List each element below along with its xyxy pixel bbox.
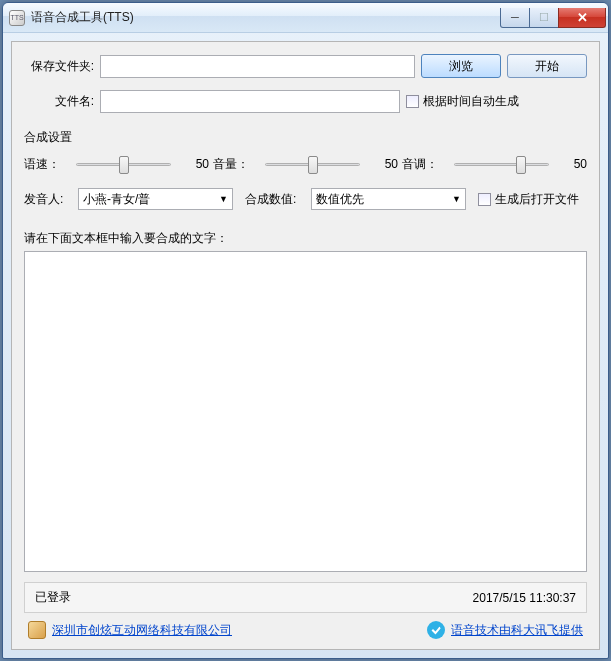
minimize-button[interactable]: ─: [500, 8, 530, 28]
main-panel: 保存文件夹: 浏览 开始 文件名: 根据时间自动生成 合成设置 语速：: [11, 41, 600, 650]
company-text: 深圳市创炫互动网络科技有限公司: [52, 622, 232, 639]
app-window: TTS 语音合成工具(TTS) ─ ☐ ✕ 保存文件夹: 浏览 开始 文件名: …: [2, 2, 609, 659]
speed-value: 50: [179, 157, 209, 171]
footer: 已登录 2017/5/15 11:30:37 深圳市创炫互动网络科技有限公司 语…: [24, 582, 587, 641]
pitch-group: 音调： 50: [402, 154, 587, 174]
editor-prompt: 请在下面文本框中输入要合成的文字：: [24, 230, 587, 247]
speaker-label: 发音人:: [24, 191, 72, 208]
quality-combo[interactable]: 数值优先 ▼: [311, 188, 466, 210]
provider-link[interactable]: 语音技术由科大讯飞提供: [427, 621, 583, 639]
speed-slider[interactable]: [76, 154, 171, 174]
synthesis-text-input[interactable]: [24, 251, 587, 572]
pitch-label: 音调：: [402, 156, 446, 173]
filename-label: 文件名:: [24, 93, 94, 110]
start-button[interactable]: 开始: [507, 54, 587, 78]
browse-button[interactable]: 浏览: [421, 54, 501, 78]
company-icon: [28, 621, 46, 639]
timestamp: 2017/5/15 11:30:37: [473, 591, 576, 605]
volume-slider[interactable]: [265, 154, 360, 174]
slider-thumb[interactable]: [516, 156, 526, 174]
save-folder-row: 保存文件夹: 浏览 开始: [24, 54, 587, 78]
quality-value: 数值优先: [316, 191, 364, 208]
volume-group: 音量： 50: [213, 154, 398, 174]
speed-label: 语速：: [24, 156, 68, 173]
provider-text: 语音技术由科大讯飞提供: [451, 622, 583, 639]
chevron-down-icon: ▼: [452, 194, 461, 204]
speaker-combo[interactable]: 小燕-青女/普 ▼: [78, 188, 233, 210]
open-after-label: 生成后打开文件: [495, 191, 579, 208]
pitch-slider[interactable]: [454, 154, 549, 174]
maximize-button[interactable]: ☐: [529, 8, 559, 28]
company-link[interactable]: 深圳市创炫互动网络科技有限公司: [28, 621, 232, 639]
filename-row: 文件名: 根据时间自动生成: [24, 90, 587, 113]
login-status: 已登录: [35, 589, 71, 606]
links-row: 深圳市创炫互动网络科技有限公司 语音技术由科大讯飞提供: [24, 619, 587, 641]
slider-thumb[interactable]: [308, 156, 318, 174]
speaker-value: 小燕-青女/普: [83, 191, 150, 208]
filename-input[interactable]: [100, 90, 400, 113]
iflytek-icon: [427, 621, 445, 639]
volume-label: 音量：: [213, 156, 257, 173]
checkbox-icon: [406, 95, 419, 108]
open-after-checkbox-wrap[interactable]: 生成后打开文件: [478, 191, 579, 208]
settings-title: 合成设置: [24, 129, 587, 146]
window-controls: ─ ☐ ✕: [501, 8, 606, 28]
pitch-value: 50: [557, 157, 587, 171]
chevron-down-icon: ▼: [219, 194, 228, 204]
slider-track: [454, 163, 549, 166]
app-icon: TTS: [9, 10, 25, 26]
sliders-row: 语速： 50 音量： 50 音调：: [24, 154, 587, 174]
quality-label: 合成数值:: [245, 191, 305, 208]
window-title: 语音合成工具(TTS): [31, 9, 501, 26]
auto-time-checkbox-wrap[interactable]: 根据时间自动生成: [406, 93, 519, 110]
client-area: 保存文件夹: 浏览 开始 文件名: 根据时间自动生成 合成设置 语速：: [3, 33, 608, 658]
speaker-row: 发音人: 小燕-青女/普 ▼ 合成数值: 数值优先 ▼ 生成后打开文件: [24, 188, 587, 210]
status-bar: 已登录 2017/5/15 11:30:37: [24, 582, 587, 613]
close-button[interactable]: ✕: [558, 8, 606, 28]
save-folder-label: 保存文件夹:: [24, 58, 94, 75]
checkbox-icon: [478, 193, 491, 206]
auto-time-label: 根据时间自动生成: [423, 93, 519, 110]
slider-thumb[interactable]: [119, 156, 129, 174]
speed-group: 语速： 50: [24, 154, 209, 174]
save-folder-input[interactable]: [100, 55, 415, 78]
titlebar[interactable]: TTS 语音合成工具(TTS) ─ ☐ ✕: [3, 3, 608, 33]
volume-value: 50: [368, 157, 398, 171]
